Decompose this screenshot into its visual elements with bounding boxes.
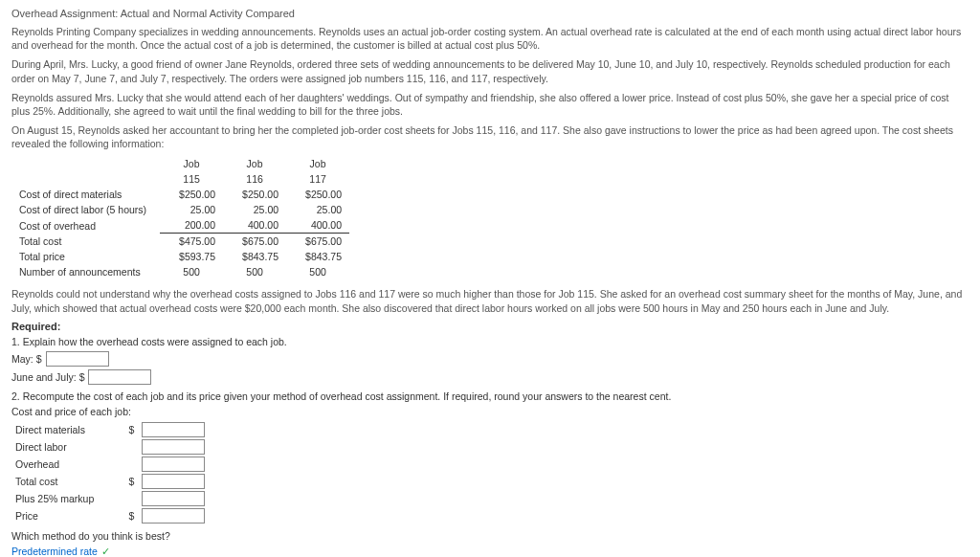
dollar-sign: $ xyxy=(122,421,138,438)
row-label: Total cost xyxy=(11,473,122,490)
price-input[interactable] xyxy=(142,508,205,524)
overhead-input[interactable] xyxy=(142,457,205,472)
dollar-sign: $ xyxy=(122,473,138,490)
paragraph-5: Reynolds could not understand why the ov… xyxy=(11,287,969,314)
col-hdr: Job xyxy=(160,156,223,171)
cell: 25.00 xyxy=(223,202,286,217)
cell: 500 xyxy=(223,264,286,279)
page-title: Overhead Assignment: Actual and Normal A… xyxy=(11,8,969,19)
cell: $843.75 xyxy=(223,249,286,264)
col-hdr: Job xyxy=(223,156,286,171)
row-label: Overhead xyxy=(11,456,122,473)
cell: 200.00 xyxy=(160,217,223,234)
required-heading: Required: xyxy=(11,321,969,332)
check-icon: ✓ xyxy=(101,546,110,557)
question-2: 2. Recompute the cost of each job and it… xyxy=(11,390,969,402)
question-1: 1. Explain how the overhead costs were a… xyxy=(11,336,969,347)
total-cost-input[interactable] xyxy=(142,474,205,489)
cell: $475.00 xyxy=(160,234,223,250)
col-hdr: Job xyxy=(286,156,349,171)
direct-materials-input[interactable] xyxy=(142,422,205,437)
june-july-label: June and July: $ xyxy=(11,371,84,383)
row-label: Price xyxy=(11,507,122,524)
row-label: Cost of direct labor (5 hours) xyxy=(11,202,160,217)
cell: $675.00 xyxy=(286,234,349,250)
col-hdr: 117 xyxy=(286,171,349,187)
predetermined-rate-answer[interactable]: Predetermined rate xyxy=(11,546,98,557)
paragraph-1: Reynolds Printing Company specializes in… xyxy=(11,25,969,52)
cell: 25.00 xyxy=(160,202,223,217)
cell: $675.00 xyxy=(223,234,286,250)
row-label: Cost of overhead xyxy=(11,217,160,234)
col-hdr: 115 xyxy=(160,171,223,187)
row-label: Number of announcements xyxy=(11,264,160,279)
row-label: Plus 25% markup xyxy=(11,490,122,507)
row-label: Total price xyxy=(11,249,160,264)
row-label: Direct labor xyxy=(11,438,122,456)
june-july-input[interactable] xyxy=(88,369,151,385)
question-3: Which method do you think is best? xyxy=(11,530,969,542)
cell: 500 xyxy=(286,264,349,279)
cost-table: Job Job Job 115 116 117 Cost of direct m… xyxy=(11,156,349,279)
dollar-sign: $ xyxy=(122,507,138,524)
recompute-table: Direct materials $ Direct labor Overhead… xyxy=(11,421,209,524)
cell: $593.75 xyxy=(160,249,223,264)
row-label: Total cost xyxy=(11,234,160,250)
paragraph-2: During April, Mrs. Lucky, a good friend … xyxy=(11,57,969,84)
cell: 500 xyxy=(160,264,223,279)
row-label: Cost of direct materials xyxy=(11,187,160,202)
row-label: Direct materials xyxy=(11,421,122,438)
cell: $250.00 xyxy=(223,187,286,202)
cell: $843.75 xyxy=(286,249,349,264)
direct-labor-input[interactable] xyxy=(142,439,205,455)
cell: 400.00 xyxy=(286,217,349,234)
cell: 25.00 xyxy=(286,202,349,217)
cell: $250.00 xyxy=(160,187,223,202)
paragraph-4: On August 15, Reynolds asked her account… xyxy=(11,123,969,150)
paragraph-3: Reynolds assured Mrs. Lucky that she wou… xyxy=(11,91,969,118)
recomp-heading: Cost and price of each job: xyxy=(11,406,969,417)
may-label: May: $ xyxy=(11,353,42,365)
cell: 400.00 xyxy=(223,217,286,234)
markup-input[interactable] xyxy=(142,491,205,506)
cell: $250.00 xyxy=(286,187,349,202)
col-hdr: 116 xyxy=(223,171,286,187)
may-input[interactable] xyxy=(46,351,109,367)
